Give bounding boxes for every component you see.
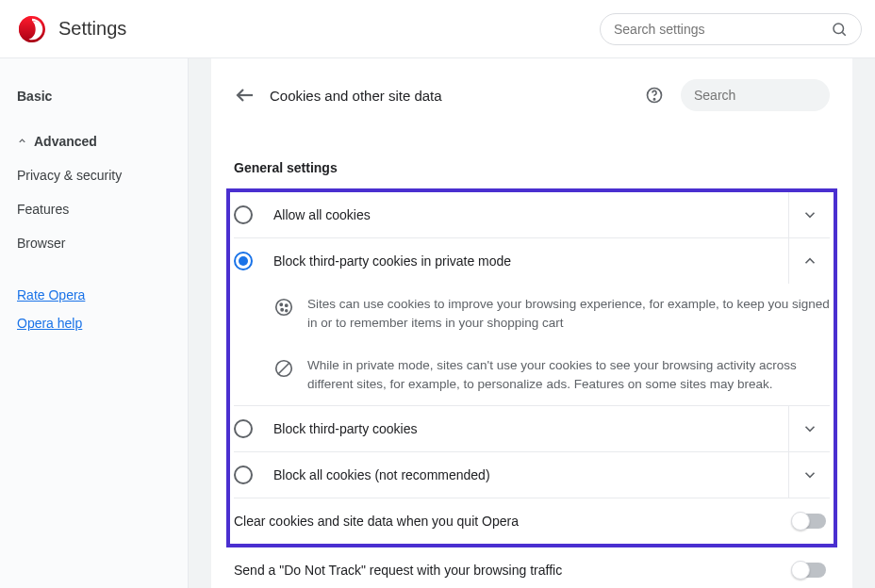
option-block-third-private[interactable]: Block third-party cookies in private mod… (234, 238, 830, 284)
cookie-icon (273, 297, 294, 318)
opera-logo (19, 16, 45, 42)
section-heading: General settings (234, 160, 830, 175)
page-search-input[interactable] (694, 88, 852, 103)
svg-point-7 (276, 300, 292, 316)
content-area: Cookies and other site data General sett… (189, 58, 875, 588)
radio-icon[interactable] (234, 419, 253, 438)
expanded-text-2: While in private mode, sites can't use y… (307, 356, 830, 395)
top-bar: Settings (0, 0, 875, 58)
expand-button[interactable] (788, 192, 830, 237)
radio-icon[interactable] (234, 466, 253, 484)
expand-button[interactable] (788, 452, 830, 498)
block-icon (273, 358, 294, 379)
svg-point-10 (281, 309, 283, 311)
toggle-switch[interactable] (792, 563, 826, 578)
back-arrow-icon[interactable] (234, 84, 256, 106)
chevron-down-icon (801, 206, 818, 223)
toggle-do-not-track: Send a "Do Not Track" request with your … (234, 547, 830, 588)
sidebar-link-rate[interactable]: Rate Opera (0, 281, 188, 309)
option-expanded-body: Sites can use cookies to improve your br… (234, 284, 830, 406)
sidebar-advanced[interactable]: Advanced (0, 124, 188, 158)
svg-point-11 (286, 310, 288, 312)
chevron-down-icon (801, 466, 818, 483)
toggle-switch[interactable] (792, 514, 826, 529)
chevron-up-icon (17, 134, 26, 149)
option-label: Block third-party cookies (273, 421, 781, 436)
sidebar-link-help[interactable]: Opera help (0, 309, 188, 337)
toggle-clear-on-quit: Clear cookies and site data when you qui… (234, 498, 830, 544)
svg-line-1 (842, 32, 845, 35)
toggle-label: Clear cookies and site data when you qui… (234, 514, 792, 529)
option-label: Block all cookies (not recommended) (273, 467, 781, 482)
svg-point-9 (286, 304, 288, 306)
sidebar-advanced-label: Advanced (34, 134, 97, 149)
collapse-button[interactable] (788, 238, 830, 284)
svg-line-13 (279, 363, 289, 373)
page-title: Cookies and other site data (270, 88, 645, 104)
top-search-input[interactable] (614, 22, 831, 37)
radio-icon[interactable] (234, 205, 253, 224)
option-block-all[interactable]: Block all cookies (not recommended) (234, 452, 830, 498)
app-title: Settings (58, 18, 126, 40)
option-label: Block third-party cookies in private mod… (273, 253, 781, 269)
expand-button[interactable] (788, 406, 830, 451)
svg-point-0 (834, 24, 844, 34)
expanded-text-1: Sites can use cookies to improve your br… (307, 295, 830, 334)
svg-point-4 (653, 99, 654, 100)
svg-point-8 (280, 303, 282, 305)
page-header: Cookies and other site data (234, 75, 830, 115)
content-card: Cookies and other site data General sett… (211, 58, 852, 588)
sidebar-item-browser[interactable]: Browser (0, 226, 188, 260)
highlight-box: Allow all cookies Block third-party cook… (226, 188, 837, 547)
sidebar-item-features[interactable]: Features (0, 192, 188, 226)
option-label: Allow all cookies (273, 207, 781, 222)
sidebar: Basic Advanced Privacy & security Featur… (0, 58, 189, 588)
option-allow-all[interactable]: Allow all cookies (234, 192, 830, 238)
toggle-label: Send a "Do Not Track" request with your … (234, 563, 792, 578)
top-search-box[interactable] (600, 13, 862, 45)
search-icon (831, 21, 848, 38)
radio-selected-icon[interactable] (234, 252, 253, 270)
help-icon[interactable] (645, 86, 664, 105)
chevron-up-icon (801, 253, 818, 270)
sidebar-basic[interactable]: Basic (0, 79, 188, 113)
option-block-third[interactable]: Block third-party cookies (234, 406, 830, 452)
chevron-down-icon (801, 420, 818, 437)
page-search-box[interactable] (681, 79, 830, 111)
sidebar-item-privacy[interactable]: Privacy & security (0, 158, 188, 192)
